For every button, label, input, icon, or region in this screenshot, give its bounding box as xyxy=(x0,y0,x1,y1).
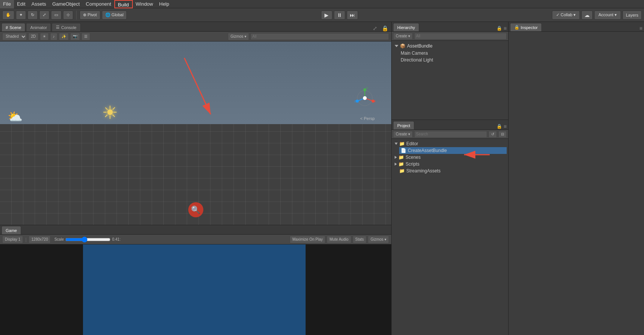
game-tabs: Game xyxy=(0,225,391,235)
asset-bundle-triangle xyxy=(395,45,398,47)
account-button[interactable]: Account ▾ xyxy=(594,11,621,20)
scene-lock-icon[interactable]: 🔒 xyxy=(380,25,390,31)
scene-maximize-icon[interactable]: ⤢ xyxy=(371,25,379,31)
project-create-button[interactable]: Create ▾ xyxy=(393,131,413,138)
game-view xyxy=(0,244,391,335)
tab-console[interactable]: ☰ Console xyxy=(52,23,80,31)
audio-button[interactable]: ♪ xyxy=(50,33,57,40)
maximize-on-play-button[interactable]: Maximize On Play xyxy=(290,236,326,243)
hierarchy-asset-bundle-group[interactable]: 📦 AssetBundle xyxy=(393,42,507,50)
svg-text:Y: Y xyxy=(366,87,368,90)
step-button[interactable]: ⏭ xyxy=(347,11,358,20)
rotate-tool-button[interactable]: ↻ xyxy=(28,11,38,20)
hierarchy-create-button[interactable]: Create ▾ xyxy=(393,33,413,40)
create-asset-bundle-label: CreateAssetBundle xyxy=(408,148,447,153)
menu-window[interactable]: Window xyxy=(133,0,156,8)
tab-inspector[interactable]: 🔒 Inspector xyxy=(510,23,542,31)
svg-point-10 xyxy=(356,100,359,103)
gizmos-button[interactable]: Gizmos ▾ xyxy=(228,33,249,40)
script-icon: 📄 xyxy=(401,148,406,153)
project-scenes-folder[interactable]: 📁 Scenes xyxy=(393,154,507,161)
hierarchy-controls: 🔒 ≡ xyxy=(496,25,507,31)
stats-button[interactable]: Stats xyxy=(353,236,367,243)
project-streaming-assets-folder[interactable]: 📁 StreamingAssets xyxy=(393,168,507,174)
menu-help[interactable]: Help xyxy=(156,0,172,8)
scene-search-input[interactable] xyxy=(251,33,389,40)
mute-audio-button[interactable]: Mute Audio xyxy=(327,236,351,243)
toolbar: ✋ ✦ ↻ ⤢ ▭ ⊹ ⊕ Pivot 🌐 Global ▶ ⏸ ⏭ ✓ Col… xyxy=(0,8,644,22)
pause-button[interactable]: ⏸ xyxy=(334,11,345,20)
tab-game[interactable]: Game xyxy=(2,226,21,234)
lighting-button[interactable]: ☀ xyxy=(40,33,49,40)
tab-animator[interactable]: Animator xyxy=(26,23,51,31)
hierarchy-menu-icon[interactable]: ≡ xyxy=(504,25,507,31)
scale-slider[interactable] xyxy=(65,237,111,242)
hierarchy-main-camera[interactable]: Main Camera xyxy=(399,50,507,57)
menu-edit[interactable]: Edit xyxy=(14,0,28,8)
folder-icon-scripts: 📁 xyxy=(398,161,404,167)
menu-gameobject[interactable]: GameObject xyxy=(49,0,83,8)
project-panel: Project 🔒 ≡ Create ▾ ↺ ⊟ 📁 xyxy=(392,120,508,335)
fx-button[interactable]: ✨ xyxy=(59,33,69,40)
editor-folder-label: Editor xyxy=(406,141,418,146)
tab-hierarchy[interactable]: Hierarchy xyxy=(393,23,419,31)
display-dropdown[interactable]: Display 1 xyxy=(2,236,23,243)
hierarchy-content: 📦 AssetBundle Main Camera Directional Li… xyxy=(392,41,508,120)
tab-scene[interactable]: # Scene xyxy=(2,23,25,31)
project-create-asset-bundle[interactable]: 📄 CreateAssetBundle xyxy=(399,147,507,154)
toolbar-separator-1 xyxy=(76,11,77,20)
project-refresh-button[interactable]: ↺ xyxy=(489,131,497,138)
console-tab-label: Console xyxy=(61,25,76,30)
hierarchy-directional-light[interactable]: Directional Light xyxy=(399,57,507,63)
shading-dropdown[interactable]: Shaded xyxy=(2,33,27,40)
layer-button[interactable]: Layers xyxy=(622,11,642,20)
folder-icon-scenes: 📁 xyxy=(398,155,404,160)
inspector-menu-icon[interactable]: ≡ xyxy=(639,25,642,31)
scene-menu-button[interactable]: ☰ xyxy=(81,33,90,40)
resolution-dropdown[interactable]: 1280x720 xyxy=(29,236,51,243)
project-tab-bar: Project 🔒 ≡ xyxy=(392,120,508,130)
menu-file[interactable]: File xyxy=(0,0,14,8)
transform-tool-button[interactable]: ⊹ xyxy=(63,11,73,20)
scale-tool-button[interactable]: ⤢ xyxy=(39,11,49,20)
cloud-button[interactable]: ☁ xyxy=(581,11,593,20)
search-fab-button[interactable]: 🔍 xyxy=(188,202,203,217)
hierarchy-search-input[interactable] xyxy=(414,33,507,40)
project-lock-icon[interactable]: 🔒 xyxy=(496,124,502,129)
project-menu-icon[interactable]: ≡ xyxy=(504,123,507,129)
inspector-content xyxy=(509,32,644,335)
cloud-icon: ⛅ xyxy=(8,109,23,124)
project-controls: 🔒 ≡ xyxy=(496,123,507,129)
collab-button[interactable]: ✓ Collab ▾ xyxy=(552,11,580,20)
inspector-panel: 🔒 Inspector ≡ xyxy=(508,22,644,335)
rect-tool-button[interactable]: ▭ xyxy=(51,11,61,20)
inspector-controls: ≡ xyxy=(639,25,642,31)
center-area: # Scene Animator ☰ Console ⤢ 🔒 Shaded 2D… xyxy=(0,22,391,335)
project-search-input[interactable] xyxy=(414,131,487,138)
scenes-folder-label: Scenes xyxy=(406,155,421,160)
move-tool-button[interactable]: ✦ xyxy=(16,11,26,20)
hierarchy-toolbar: Create ▾ xyxy=(392,32,508,41)
hierarchy-lock-icon[interactable]: 🔒 xyxy=(496,26,502,31)
scene-view[interactable]: ☀ ⛅ Y xyxy=(0,41,391,225)
menu-assets[interactable]: Assets xyxy=(28,0,49,8)
game-tab-label: Game xyxy=(6,228,17,233)
game-gizmos-button[interactable]: Gizmos ▾ xyxy=(368,236,389,243)
play-button[interactable]: ▶ xyxy=(321,11,332,20)
menu-build[interactable]: Build xyxy=(114,0,133,8)
project-view-button[interactable]: ⊟ xyxy=(498,131,507,138)
tab-project[interactable]: Project xyxy=(393,121,414,129)
menu-component[interactable]: Component xyxy=(83,0,114,8)
directional-light-label: Directional Light xyxy=(401,57,433,63)
project-editor-folder[interactable]: 📁 Editor xyxy=(393,140,507,147)
hand-tool-button[interactable]: ✋ xyxy=(2,11,14,20)
asset-bundle-icon: 📦 xyxy=(400,43,406,49)
sun-icon: ☀ xyxy=(102,104,121,123)
scene-camera-button[interactable]: 📷 xyxy=(70,33,80,40)
project-tab-label: Project xyxy=(397,123,410,128)
game-black-left xyxy=(0,244,83,335)
project-scripts-folder[interactable]: 📁 Scripts xyxy=(393,161,507,168)
2d-button[interactable]: 2D xyxy=(28,33,38,40)
global-button[interactable]: 🌐 Global xyxy=(102,11,127,20)
pivot-button[interactable]: ⊕ Pivot xyxy=(80,11,100,20)
